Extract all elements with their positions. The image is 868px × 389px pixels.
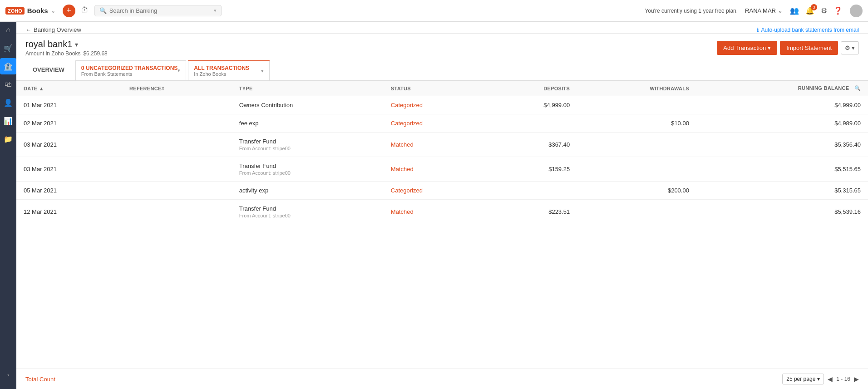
left-sidebar: ⌂ 🛒 🏦 🛍 👤 📊 📁 ›	[0, 0, 16, 389]
cell-reference	[122, 133, 232, 157]
pagination: 25 per page ▾ ◀ 1 - 16 ▶	[782, 374, 859, 384]
total-count-link[interactable]: Total Count	[25, 376, 55, 383]
all-transactions-tab-arrow[interactable]: ▾	[261, 68, 264, 74]
cell-running-balance: $5,515.65	[696, 157, 868, 182]
history-icon[interactable]: ⏱	[81, 6, 89, 15]
table-footer: Total Count 25 per page ▾ ◀ 1 - 16 ▶	[16, 369, 868, 389]
search-input[interactable]	[109, 7, 211, 14]
amount-value: $6,259.68	[83, 50, 107, 57]
add-transaction-arrow-icon: ▾	[768, 44, 771, 51]
tabs-row: OVERVIEW 0 UNCATEGORIZED TRANSACTIONS Fr…	[16, 60, 868, 81]
notification-badge: 3	[811, 4, 817, 10]
sidebar-expand-button[interactable]: ›	[0, 369, 16, 380]
cell-deposits: $159.25	[486, 157, 577, 182]
col-type: TYPE	[232, 81, 384, 96]
per-page-select[interactable]: 25 per page ▾	[782, 374, 824, 384]
cell-date: 01 Mar 2021	[16, 96, 122, 114]
cell-date: 05 Mar 2021	[16, 182, 122, 200]
account-dropdown-icon[interactable]: ▾	[75, 41, 78, 48]
quick-create-button[interactable]: +	[63, 5, 75, 17]
cell-deposits	[486, 182, 577, 200]
cell-running-balance: $5,315.65	[696, 182, 868, 200]
cell-date: 03 Mar 2021	[16, 157, 122, 182]
table-settings-button[interactable]: ⚙ ▾	[841, 41, 859, 54]
column-search-icon[interactable]: 🔍	[854, 85, 861, 91]
col-running-balance: RUNNING BALANCE 🔍	[696, 81, 868, 96]
cell-status: Categorized	[384, 96, 487, 114]
cell-withdrawals: $200.00	[577, 182, 696, 200]
top-nav: ZOHO Books ⌄ + ⏱ 🔍 ▾ You're currently us…	[0, 0, 868, 22]
cell-deposits	[486, 114, 577, 133]
table-row: 03 Mar 2021 Transfer Fund From Account: …	[16, 133, 868, 157]
back-arrow-icon: ←	[25, 26, 31, 33]
sidebar-item-folder[interactable]: 📁	[0, 131, 16, 147]
logo-chevron-icon[interactable]: ⌄	[51, 8, 55, 14]
cell-reference	[122, 96, 232, 114]
prev-page-button[interactable]: ◀	[828, 375, 833, 383]
tab-uncategorized[interactable]: 0 UNCATEGORIZED TRANSACTIONS From Bank S…	[75, 60, 186, 80]
add-transaction-button[interactable]: Add Transaction ▾	[717, 41, 777, 55]
auto-upload-link[interactable]: ℹ Auto-upload bank statements from email	[757, 27, 859, 33]
user-menu[interactable]: RANA MAR ⌄	[745, 7, 783, 14]
table-row: 12 Mar 2021 Transfer Fund From Account: …	[16, 200, 868, 224]
col-date[interactable]: DATE ▲	[16, 81, 122, 96]
product-name: Books	[27, 7, 48, 15]
cell-date: 02 Mar 2021	[16, 114, 122, 133]
main-content: ← Banking Overview ℹ Auto-upload bank st…	[16, 22, 868, 389]
settings-icon[interactable]: ⚙	[821, 6, 827, 15]
plan-info: You're currently using 1 year free plan.	[645, 8, 738, 14]
transactions-table: DATE ▲ REFERENCE# TYPE STATUS DEPOSITS W…	[16, 81, 868, 369]
table-row: 01 Mar 2021 Owners Contribution Categori…	[16, 96, 868, 114]
cell-withdrawals	[577, 96, 696, 114]
cell-reference	[122, 114, 232, 133]
cell-withdrawals	[577, 200, 696, 224]
uncategorized-tab-arrow[interactable]: ▾	[178, 68, 180, 74]
cell-type: Transfer Fund From Account: stripe00	[232, 133, 384, 157]
table-header-row: DATE ▲ REFERENCE# TYPE STATUS DEPOSITS W…	[16, 81, 868, 96]
uncategorized-count-label: 0 UNCATEGORIZED TRANSACTIONS	[81, 65, 178, 71]
logo-area: ZOHO Books ⌄	[5, 7, 55, 15]
cell-deposits: $4,999.00	[486, 96, 577, 114]
cell-reference	[122, 182, 232, 200]
sidebar-item-cart[interactable]: 🛒	[0, 40, 16, 56]
sidebar-item-users[interactable]: 👤	[0, 94, 16, 111]
all-transactions-sub-label: In Zoho Books	[194, 71, 249, 77]
uncategorized-sub-label: From Bank Statements	[81, 71, 178, 77]
cell-running-balance: $4,989.00	[696, 114, 868, 133]
cell-deposits: $223.51	[486, 200, 577, 224]
sidebar-item-analytics[interactable]: 📊	[0, 113, 16, 129]
cell-type: fee exp	[232, 114, 384, 133]
add-transaction-label: Add Transaction	[723, 44, 766, 51]
all-transactions-label: ALL TRANSACTIONS	[194, 65, 249, 71]
sidebar-item-shop[interactable]: 🛍	[0, 76, 16, 93]
help-icon[interactable]: ❓	[833, 6, 843, 15]
contacts-icon[interactable]: 👥	[790, 6, 799, 15]
per-page-label: 25 per page	[786, 376, 815, 382]
sub-header: ← Banking Overview ℹ Auto-upload bank st…	[16, 22, 868, 34]
sidebar-item-home[interactable]: ⌂	[0, 22, 16, 38]
cell-type: Transfer Fund From Account: stripe00	[232, 200, 384, 224]
cell-date: 12 Mar 2021	[16, 200, 122, 224]
tab-overview[interactable]: OVERVIEW	[25, 60, 72, 80]
cell-deposits: $367.40	[486, 133, 577, 157]
auto-upload-label: Auto-upload bank statements from email	[761, 27, 859, 33]
notifications-icon[interactable]: 🔔 3	[805, 6, 814, 15]
tab-all-transactions[interactable]: ALL TRANSACTIONS In Zoho Books ▾	[188, 60, 270, 80]
avatar[interactable]	[850, 5, 863, 17]
sidebar-item-banking[interactable]: 🏦	[0, 58, 16, 74]
cell-reference	[122, 200, 232, 224]
table-body: 01 Mar 2021 Owners Contribution Categori…	[16, 96, 868, 224]
account-name: royal bank1	[25, 39, 72, 49]
back-link-label: Banking Overview	[34, 26, 81, 33]
next-page-button[interactable]: ▶	[854, 375, 859, 383]
amount-label: Amount in Zoho Books	[25, 50, 80, 57]
back-to-banking-overview[interactable]: ← Banking Overview	[25, 26, 81, 33]
header-actions: Add Transaction ▾ Import Statement ⚙ ▾	[717, 41, 859, 55]
import-statement-button[interactable]: Import Statement	[780, 41, 838, 55]
col-status: STATUS	[384, 81, 487, 96]
cell-status: Categorized	[384, 182, 487, 200]
search-bar: 🔍 ▾	[94, 5, 222, 16]
settings-dropdown-icon: ▾	[852, 44, 855, 51]
search-filter-icon[interactable]: ▾	[214, 8, 217, 14]
cell-status: Matched	[384, 200, 487, 224]
